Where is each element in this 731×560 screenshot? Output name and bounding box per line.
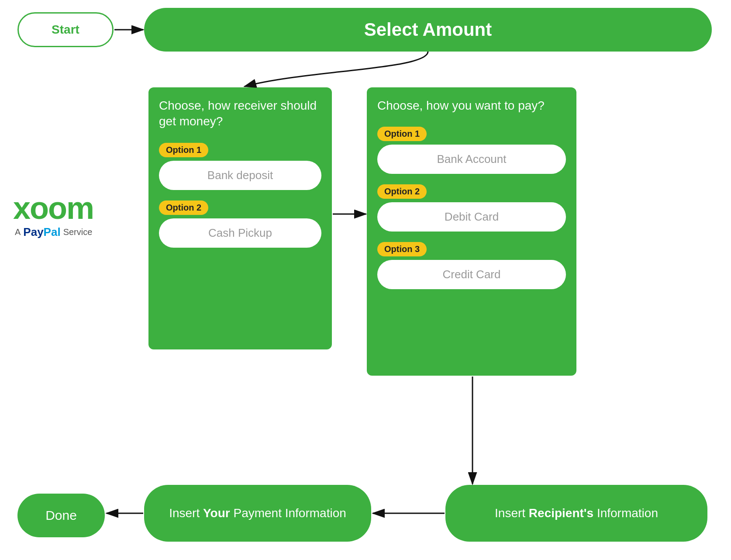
start-node: Start <box>17 12 114 47</box>
paypal-logo: PayPal <box>23 225 60 239</box>
insert-recipient-label: Insert Recipient's Information <box>495 505 658 521</box>
done-label: Done <box>45 508 77 523</box>
payment-option1-label: Bank Account <box>437 152 507 166</box>
receiver-box-title: Choose, how receiver should get money? <box>159 98 321 130</box>
xoom-wordmark: xoom <box>13 192 131 224</box>
receiver-option1-badge-label: Option 1 <box>159 143 208 157</box>
payment-option2-label: Debit Card <box>445 210 499 224</box>
payment-box-title: Choose, how you want to pay? <box>377 98 566 114</box>
payment-option3-label: Credit Card <box>443 268 501 281</box>
xoom-logo: xoom A PayPal Service <box>13 192 131 239</box>
payment-option1-badge-label: Option 1 <box>377 127 427 141</box>
receiver-option1-badge: Option 1 <box>159 143 321 161</box>
payment-option3-badge: Option 3 <box>377 242 566 260</box>
receiver-option2-badge: Option 2 <box>159 200 321 218</box>
receiver-option1-label: Bank deposit <box>207 169 273 182</box>
paypal-pay-text: Pay <box>23 225 43 239</box>
payment-option3-pill: Credit Card <box>377 260 566 289</box>
paypal-service-line: A PayPal Service <box>15 225 131 239</box>
done-node: Done <box>17 494 105 537</box>
receiver-option1-pill: Bank deposit <box>159 161 321 190</box>
paypal-pal-text: Pal <box>44 225 61 239</box>
receiver-option2-badge-label: Option 2 <box>159 200 208 215</box>
arrows-overlay <box>0 0 731 560</box>
paypal-service-text: Service <box>63 227 93 237</box>
insert-payment-label: Insert Your Payment Information <box>169 505 346 521</box>
payment-option1-pill: Bank Account <box>377 145 566 174</box>
insert-payment-node: Insert Your Payment Information <box>144 485 371 542</box>
receiver-box: Choose, how receiver should get money? O… <box>148 87 332 349</box>
select-amount-node: Select Amount <box>144 8 712 52</box>
insert-recipient-node: Insert Recipient's Information <box>445 485 707 542</box>
payment-option2-badge: Option 2 <box>377 184 566 202</box>
payment-box: Choose, how you want to pay? Option 1 Ba… <box>367 87 576 376</box>
start-label: Start <box>52 23 79 37</box>
receiver-option2-label: Cash Pickup <box>208 226 272 240</box>
paypal-a-text: A <box>15 227 21 237</box>
payment-option2-badge-label: Option 2 <box>377 184 427 199</box>
select-amount-label: Select Amount <box>364 19 492 40</box>
payment-option1-badge: Option 1 <box>377 127 566 145</box>
arrow-select-to-receiver <box>245 52 428 86</box>
payment-option3-badge-label: Option 3 <box>377 242 427 256</box>
payment-option2-pill: Debit Card <box>377 202 566 232</box>
diagram-container: Start Select Amount Choose, how receiver… <box>0 0 731 560</box>
receiver-option2-pill: Cash Pickup <box>159 218 321 248</box>
